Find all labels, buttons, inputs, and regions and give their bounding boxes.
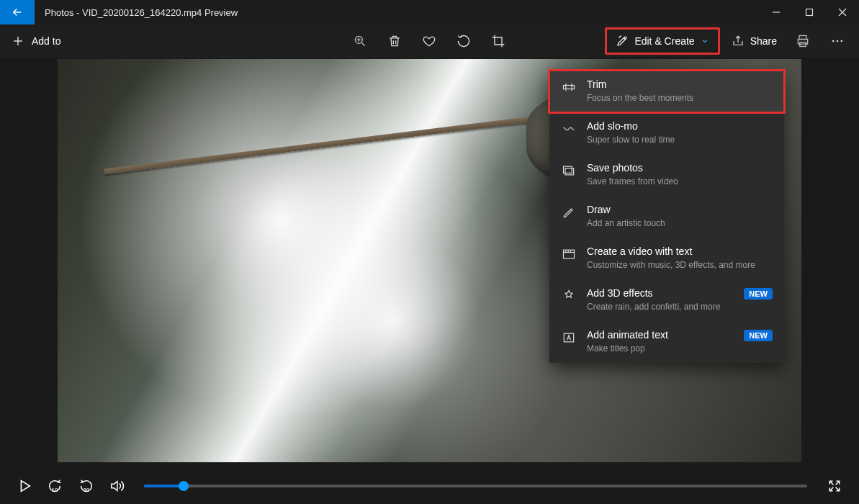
menu-item-trim[interactable]: Trim Focus on the best moments bbox=[549, 71, 784, 112]
plus-icon bbox=[12, 35, 24, 48]
favorite-button[interactable] bbox=[412, 27, 446, 55]
menu-title: Draw bbox=[587, 203, 773, 216]
svg-line-7 bbox=[362, 43, 365, 46]
titlebar: Photos - VID_20200126_164220.mp4 Preview bbox=[0, 0, 859, 24]
svg-rect-23 bbox=[565, 168, 574, 175]
menu-sub: Customize with music, 3D effects, and mo… bbox=[587, 259, 773, 271]
chevron-down-icon bbox=[701, 37, 709, 45]
menu-item-save-photos[interactable]: Save photos Save frames from video bbox=[549, 154, 784, 196]
delete-button[interactable] bbox=[377, 27, 412, 55]
seek-thumb[interactable] bbox=[179, 481, 189, 491]
playback-bar: 10 30 bbox=[0, 468, 859, 504]
svg-marker-32 bbox=[21, 481, 30, 492]
close-button[interactable] bbox=[826, 0, 859, 24]
seek-fill bbox=[144, 485, 184, 487]
video-text-icon bbox=[561, 246, 577, 262]
edit-create-label: Edit & Create bbox=[634, 35, 694, 47]
draw-icon bbox=[561, 204, 577, 220]
svg-rect-25 bbox=[564, 250, 575, 258]
menu-title: Create a video with text bbox=[587, 245, 773, 258]
seek-bar[interactable] bbox=[144, 485, 807, 487]
more-button[interactable] bbox=[820, 27, 855, 55]
edit-create-button[interactable]: Edit & Create bbox=[605, 27, 719, 55]
play-button[interactable] bbox=[10, 472, 39, 500]
edit-create-menu: Trim Focus on the best moments Add slo-m… bbox=[549, 71, 784, 363]
menu-item-3d-effects[interactable]: Add 3D effects Create rain, add confetti… bbox=[549, 279, 784, 321]
add-to-button[interactable]: Add to bbox=[4, 27, 68, 55]
svg-rect-20 bbox=[564, 86, 575, 89]
menu-sub: Create rain, add confetti, and more bbox=[587, 301, 734, 312]
menu-sub: Focus on the best moments bbox=[587, 92, 773, 104]
new-badge: NEW bbox=[744, 330, 773, 341]
svg-rect-24 bbox=[564, 166, 572, 173]
frames-icon bbox=[561, 163, 577, 179]
menu-sub: Add an artistic touch bbox=[587, 217, 773, 229]
new-badge: NEW bbox=[744, 288, 773, 300]
maximize-button[interactable] bbox=[793, 0, 826, 24]
toolbar: Add to Edit & Create Share bbox=[0, 24, 859, 58]
skip-back-label: 10 bbox=[52, 487, 58, 493]
svg-rect-14 bbox=[799, 36, 806, 40]
crop-button[interactable] bbox=[481, 27, 516, 55]
menu-sub: Save frames from video bbox=[587, 176, 773, 187]
menu-item-draw[interactable]: Draw Add an artistic touch bbox=[549, 196, 784, 238]
effects-icon bbox=[561, 288, 577, 304]
add-to-label: Add to bbox=[32, 35, 60, 47]
menu-item-animated-text[interactable]: Add animated text Make titles pop NEW bbox=[549, 321, 784, 363]
menu-title: Add slo-mo bbox=[587, 120, 773, 132]
skip-fwd-label: 30 bbox=[84, 487, 90, 493]
print-button[interactable] bbox=[786, 27, 820, 55]
menu-sub: Super slow to real time bbox=[587, 134, 773, 145]
skip-back-button[interactable]: 10 bbox=[39, 472, 71, 500]
volume-button[interactable] bbox=[102, 472, 131, 500]
menu-title: Add animated text bbox=[587, 328, 734, 341]
edit-icon bbox=[616, 35, 629, 48]
menu-title: Trim bbox=[587, 78, 773, 91]
svg-point-18 bbox=[837, 40, 839, 42]
svg-point-19 bbox=[841, 40, 843, 42]
svg-rect-1 bbox=[806, 9, 813, 16]
rotate-button[interactable] bbox=[446, 27, 481, 55]
fullscreen-button[interactable] bbox=[820, 472, 849, 500]
menu-item-video-text[interactable]: Create a video with text Customize with … bbox=[549, 238, 784, 279]
menu-title: Save photos bbox=[587, 161, 773, 174]
svg-marker-33 bbox=[112, 482, 117, 491]
trim-icon bbox=[561, 79, 577, 95]
skip-forward-button[interactable]: 30 bbox=[71, 472, 102, 500]
menu-sub: Make titles pop bbox=[587, 343, 734, 354]
menu-title: Add 3D effects bbox=[587, 287, 734, 300]
share-icon bbox=[732, 35, 745, 48]
svg-line-13 bbox=[619, 36, 621, 38]
animated-text-icon bbox=[561, 330, 577, 346]
menu-item-slomo[interactable]: Add slo-mo Super slow to real time bbox=[549, 112, 784, 154]
slomo-icon bbox=[561, 121, 577, 137]
minimize-button[interactable] bbox=[760, 0, 793, 24]
svg-point-17 bbox=[832, 40, 835, 42]
back-button[interactable] bbox=[0, 0, 35, 24]
zoom-button[interactable] bbox=[343, 27, 377, 55]
share-label: Share bbox=[750, 35, 777, 47]
share-button[interactable]: Share bbox=[723, 27, 786, 55]
svg-point-12 bbox=[624, 37, 626, 39]
window-controls bbox=[760, 0, 859, 24]
window-title: Photos - VID_20200126_164220.mp4 Preview bbox=[35, 0, 760, 24]
